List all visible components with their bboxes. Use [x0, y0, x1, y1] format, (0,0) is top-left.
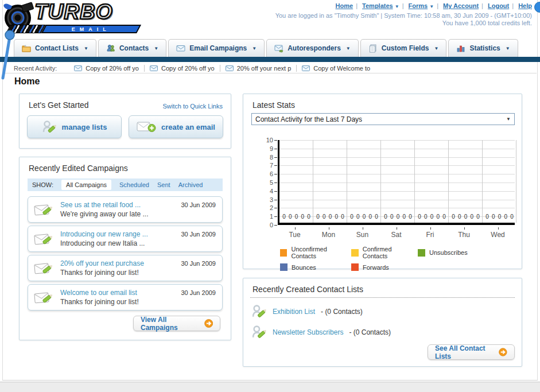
- campaign-subtitle: Thanks for joining our list!: [60, 298, 216, 306]
- bar-value-label: 0: [470, 214, 473, 220]
- envelope-pencil-icon: [34, 261, 55, 276]
- person-pencil-icon: [251, 324, 267, 340]
- tab-contact-lists[interactable]: Contact Lists ▼: [14, 39, 96, 57]
- tab-contacts[interactable]: Contacts ▼: [98, 39, 166, 57]
- bar-value-label: 0: [458, 214, 461, 220]
- show-label: SHOW:: [32, 181, 53, 188]
- divider: [144, 65, 145, 72]
- nav-link-logout[interactable]: Logout: [488, 2, 509, 9]
- button-label: create an email: [161, 123, 215, 131]
- legend-item: Bounces: [280, 263, 351, 271]
- legend-item: Unconfirmed Contacts: [280, 246, 351, 259]
- filter-archived[interactable]: Archived: [178, 181, 203, 188]
- bar-value-label: 0: [282, 214, 286, 220]
- recent-activity-item[interactable]: Copy of 20% off yo: [74, 65, 139, 72]
- x-axis-tick-mark: [430, 227, 431, 230]
- bar-value-label: 0: [402, 214, 406, 220]
- contact-list-count: - (0 Contacts): [321, 308, 363, 316]
- chart-plot-area: 00000000000000000000000000000000000: [278, 140, 515, 225]
- filter-all-campaigns[interactable]: All Campaigns: [61, 180, 111, 190]
- horizontal-gridline: [279, 200, 515, 200]
- chevron-down-icon: ▼: [506, 117, 511, 122]
- tab-custom-fields[interactable]: Custom Fields ▼: [360, 39, 447, 57]
- recent-activity-item[interactable]: 20% off your next p: [226, 65, 292, 72]
- recently-created-contact-lists-panel: Recently Created Contact Lists Exhibitio…: [243, 278, 522, 367]
- bar-value-labels: 00000: [449, 214, 483, 220]
- legend-label: Forwards: [363, 264, 389, 271]
- legend-label: Bounces: [292, 264, 316, 271]
- contact-list-row[interactable]: Exhibition List - (0 Contacts): [251, 304, 363, 319]
- legend-label: Unconfirmed Contacts: [291, 246, 351, 259]
- dotted-divider: [250, 297, 515, 298]
- vertical-gridline: [347, 140, 347, 223]
- bar-value-labels: 00000: [483, 214, 516, 220]
- bar-value-label: 0: [384, 214, 387, 220]
- bar-value-label: 0: [436, 214, 440, 220]
- x-axis-tick-mark: [498, 227, 499, 230]
- y-axis-tick-label: 5: [258, 179, 273, 186]
- bar-value-label: 0: [452, 214, 455, 220]
- person-pencil-icon: [42, 119, 57, 134]
- bar-value-label: 0: [289, 214, 292, 220]
- horizontal-gridline: [279, 157, 515, 158]
- credits-text: You have 1,000 total credits left.: [442, 20, 532, 26]
- panel-title: Recently Created Contact Lists: [252, 285, 363, 294]
- nav-link-help[interactable]: Help: [518, 2, 532, 9]
- panel-title: Recently Edited Campaigns: [29, 164, 128, 173]
- recent-activity-link: Copy of 20% off yo: [86, 65, 139, 72]
- container-bottom-border: [2, 380, 538, 381]
- vertical-gridline: [380, 140, 381, 223]
- bar-value-label: 0: [424, 214, 428, 220]
- bar-value-label: 0: [301, 214, 304, 220]
- switch-to-quick-links[interactable]: Switch to Quick Links: [162, 103, 223, 110]
- x-axis-tick-mark: [295, 227, 296, 230]
- envelope-pencil-icon: [34, 231, 55, 247]
- campaign-row[interactable]: 20% off your next purchase Thanks for jo…: [28, 255, 223, 281]
- campaign-row[interactable]: See us at the retail food ... We're givi…: [28, 196, 223, 223]
- contact-list-link[interactable]: Exhibition List: [273, 308, 315, 316]
- campaign-row[interactable]: Welcome to our email list Thanks for joi…: [28, 284, 223, 311]
- horizontal-gridline: [279, 183, 515, 183]
- bar-value-label: 0: [504, 214, 507, 220]
- login-status-text: You are logged in as "Timothy Smith" | S…: [275, 12, 532, 19]
- recent-activity-item[interactable]: Copy of Welcome to: [302, 65, 370, 72]
- contact-list-link[interactable]: Newsletter Subscribers: [273, 328, 343, 336]
- campaign-row[interactable]: Introducing our new range ... Introducin…: [28, 226, 223, 252]
- recent-activity-link: Copy of Welcome to: [313, 65, 370, 72]
- manage-lists-button[interactable]: manage lists: [27, 115, 122, 138]
- x-axis-category-label: Thu: [447, 231, 481, 239]
- y-axis-tick-label: 8: [258, 154, 273, 161]
- campaign-subtitle: We're giving away our late ...: [60, 210, 216, 218]
- tab-statistics[interactable]: Statistics ▼: [448, 39, 518, 57]
- create-an-email-button[interactable]: create an email: [129, 115, 223, 138]
- legend-swatch: [418, 249, 425, 257]
- nav-separator: |: [356, 2, 358, 9]
- recent-activity-link: 20% off your next p: [237, 65, 292, 72]
- recently-edited-campaigns-panel: Recently Edited Campaigns SHOW: All Camp…: [19, 157, 231, 340]
- bar-value-labels: 00000: [313, 214, 347, 220]
- bar-value-label: 0: [307, 214, 310, 220]
- x-axis-category-label: Mon: [312, 231, 345, 239]
- stats-period-select[interactable]: Contact Activity for the Last 7 Days ▼: [251, 113, 515, 125]
- nav-link-templates[interactable]: Templates: [362, 2, 393, 9]
- divider: [296, 65, 297, 72]
- page-title: Home: [14, 76, 40, 87]
- chevron-down-icon[interactable]: ▼: [429, 4, 434, 9]
- tab-email-campaigns[interactable]: Email Campaigns ▼: [168, 39, 265, 57]
- filter-scheduled[interactable]: Scheduled: [119, 181, 149, 188]
- nav-link-home[interactable]: Home: [336, 2, 353, 9]
- filter-sent[interactable]: Sent: [157, 181, 170, 188]
- bar-value-label: 0: [464, 214, 468, 220]
- contact-list-row[interactable]: Newsletter Subscribers - (0 Contacts): [251, 324, 391, 340]
- vertical-gridline: [482, 140, 483, 223]
- help-balloon-icon[interactable]: [534, 2, 540, 13]
- recent-activity-item[interactable]: Copy of 20% off yo: [150, 65, 215, 72]
- chevron-down-icon[interactable]: ▼: [395, 4, 399, 9]
- see-all-contact-lists-button[interactable]: See All Contact Lists: [428, 344, 515, 360]
- nav-link-forms[interactable]: Forms: [409, 2, 428, 9]
- nav-link-my-account[interactable]: My Account: [443, 2, 479, 9]
- view-all-campaigns-button[interactable]: View All Campaigns: [133, 316, 220, 331]
- tab-autoresponders[interactable]: Autoresponders ▼: [266, 39, 359, 57]
- bar-value-label: 0: [430, 214, 434, 220]
- y-axis-tick-mark: [274, 149, 277, 149]
